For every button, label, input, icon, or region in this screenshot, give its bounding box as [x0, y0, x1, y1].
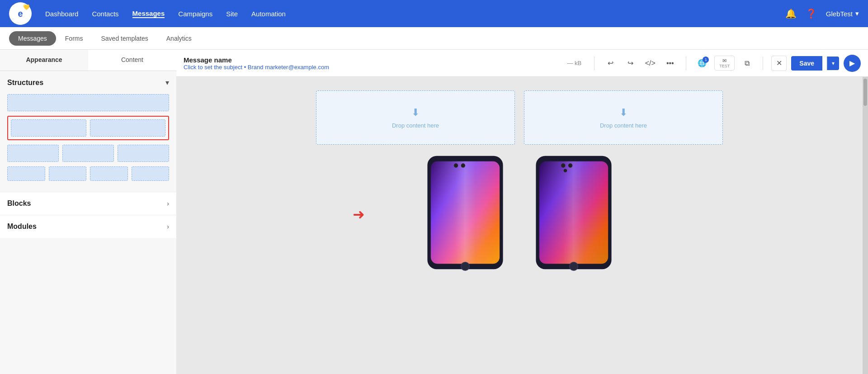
svg-rect-3 — [431, 161, 500, 264]
subnav-forms[interactable]: Forms — [56, 31, 92, 46]
toolbar-divider-2 — [686, 57, 686, 70]
logo[interactable]: e 💛 — [9, 2, 32, 25]
nav-contacts[interactable]: Contacts — [92, 10, 118, 18]
nav-dashboard[interactable]: Dashboard — [45, 10, 78, 18]
undo-icon[interactable]: ↩ — [603, 56, 618, 71]
structure-block — [118, 145, 169, 162]
envelope-icon: ✉ — [722, 58, 726, 64]
toolbar-dot: • — [244, 64, 248, 71]
svg-point-6 — [461, 262, 470, 271]
structure-3col[interactable] — [7, 145, 169, 162]
structures-title: Structures — [7, 79, 43, 87]
svg-point-12 — [568, 163, 572, 167]
structure-block — [90, 166, 128, 181]
nav-campaigns[interactable]: Campaigns — [178, 10, 212, 18]
close-button[interactable]: ✕ — [771, 56, 787, 71]
size-label: — kB — [567, 60, 581, 66]
svg-point-5 — [461, 163, 465, 167]
sub-nav: Messages Forms Saved templates Analytics — [0, 27, 868, 50]
user-menu[interactable]: GlebTest ▾ — [826, 9, 859, 18]
logo-heart-icon: 💛 — [23, 4, 30, 10]
save-dropdown-button[interactable]: ▾ — [827, 57, 839, 70]
drop-icon-left: ⬇ — [411, 107, 420, 118]
editor-canvas[interactable]: ⬇ Drop content here ⬇ Drop content here — [176, 77, 863, 374]
drop-zone-left[interactable]: ⬇ Drop content here — [316, 90, 515, 145]
arrow-indicator: ➜ — [353, 206, 365, 223]
nav-site[interactable]: Site — [226, 10, 238, 18]
modules-label: Modules — [7, 223, 37, 231]
message-name[interactable]: Message name — [184, 56, 562, 64]
blocks-chevron-icon: › — [167, 200, 169, 207]
redo-icon[interactable]: ↪ — [623, 56, 638, 71]
structure-block — [11, 119, 86, 137]
subject-label[interactable]: Click to set the subject — [184, 64, 242, 71]
subnav-saved-templates[interactable]: Saved templates — [92, 31, 157, 46]
more-icon[interactable]: ••• — [662, 56, 678, 71]
editor-toolbar: Message name Click to set the subject • … — [176, 50, 868, 77]
drop-label-right: Drop content here — [600, 122, 647, 129]
code-icon[interactable]: </> — [642, 56, 658, 71]
scrollbar[interactable] — [863, 77, 868, 374]
toolbar-subject: Click to set the subject • Brand markete… — [184, 64, 562, 71]
structure-2col[interactable] — [7, 116, 169, 140]
modules-chevron-icon: › — [167, 223, 169, 230]
toolbar-divider-3 — [763, 57, 763, 70]
copy-icon[interactable]: ⧉ — [739, 56, 755, 71]
drop-zone-right[interactable]: ⬇ Drop content here — [524, 90, 723, 145]
tab-content[interactable]: Content — [88, 50, 176, 71]
toolbar-divider — [594, 57, 594, 70]
editor-area: Message name Click to set the subject • … — [176, 50, 868, 374]
nav-messages[interactable]: Messages — [132, 9, 165, 18]
help-icon[interactable]: ❓ — [806, 8, 817, 19]
globe-icon[interactable]: 🌐1 — [694, 56, 710, 71]
structure-4col[interactable] — [7, 166, 169, 181]
chevron-down-icon: ▾ — [855, 9, 859, 18]
phone-right — [528, 154, 619, 271]
panel-tabs: Appearance Content — [0, 50, 176, 71]
svg-point-14 — [570, 262, 578, 271]
drop-zones-row: ⬇ Drop content here ⬇ Drop content here — [316, 90, 723, 145]
main-layout: Appearance Content Structures ▾ — [0, 50, 868, 374]
structure-block — [49, 166, 87, 181]
phones-row — [316, 154, 723, 271]
structure-block — [90, 119, 165, 137]
svg-point-13 — [564, 169, 567, 172]
phone-left — [420, 154, 510, 271]
drop-label-left: Drop content here — [392, 122, 439, 129]
logo-letter: e — [18, 9, 23, 19]
structure-block — [7, 145, 59, 162]
sender-label: Brand marketer@example.com — [248, 64, 329, 71]
structure-block — [7, 94, 169, 111]
tab-appearance[interactable]: Appearance — [0, 50, 88, 71]
structures-chevron-icon[interactable]: ▾ — [165, 78, 169, 87]
structures-header: Structures ▾ — [0, 71, 176, 90]
modules-section[interactable]: Modules › — [0, 215, 176, 238]
structure-1col[interactable] — [7, 94, 169, 111]
top-nav: e 💛 Dashboard Contacts Messages Campaign… — [0, 0, 868, 27]
test-button[interactable]: ✉ TEST — [714, 56, 735, 71]
play-button[interactable]: ▶ — [844, 55, 861, 72]
nav-right: 🔔 ❓ GlebTest ▾ — [785, 8, 859, 19]
svg-point-4 — [454, 163, 458, 167]
blocks-label: Blocks — [7, 199, 31, 208]
structure-block — [7, 166, 45, 181]
blocks-section[interactable]: Blocks › — [0, 192, 176, 215]
svg-rect-10 — [539, 161, 608, 264]
svg-point-11 — [561, 163, 565, 167]
save-button[interactable]: Save — [791, 56, 822, 71]
drop-icon-right: ⬇ — [619, 107, 627, 118]
structures-grid — [0, 90, 176, 185]
subnav-messages[interactable]: Messages — [9, 31, 56, 46]
subnav-analytics[interactable]: Analytics — [157, 31, 201, 46]
bell-icon[interactable]: 🔔 — [785, 8, 797, 19]
nav-automation[interactable]: Automation — [251, 10, 286, 18]
test-label: TEST — [719, 64, 730, 68]
structure-block — [62, 145, 114, 162]
globe-badge: 1 — [703, 57, 709, 63]
toolbar-title-area: Message name Click to set the subject • … — [184, 56, 562, 71]
left-panel: Appearance Content Structures ▾ — [0, 50, 176, 374]
structure-block — [132, 166, 170, 181]
scrollbar-thumb — [863, 79, 867, 106]
